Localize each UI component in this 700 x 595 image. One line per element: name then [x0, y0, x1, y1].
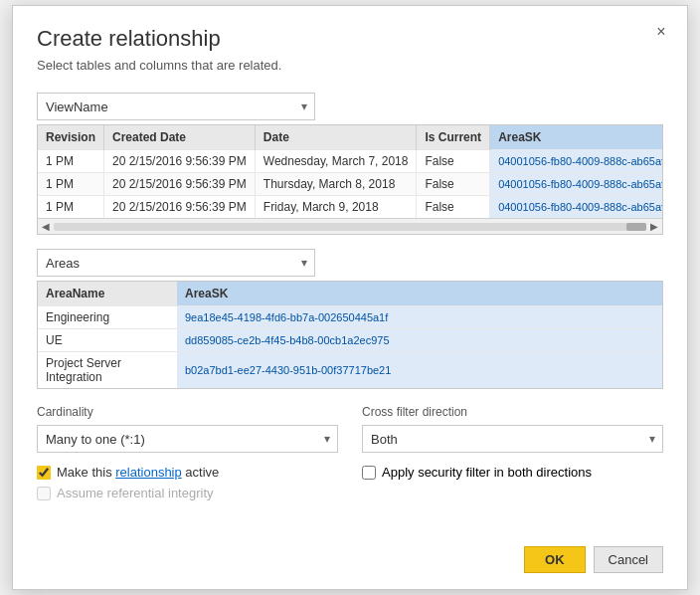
security-checkbox-row: Apply security filter in both directions [362, 465, 663, 480]
cross-filter-label: Cross filter direction [362, 405, 663, 419]
cell-areaname: Project Server Integration [38, 352, 177, 389]
scroll-left-icon[interactable]: ◀ [42, 221, 50, 232]
cell-revision: 1 PM [38, 150, 104, 173]
col-areaname-header: AreaName [38, 282, 177, 306]
integrity-checkbox-row: Assume referential integrity [37, 486, 338, 500]
cross-filter-dropdown-wrapper: Both Single [362, 425, 663, 453]
active-checkbox[interactable] [37, 466, 51, 480]
cancel-button[interactable]: Cancel [594, 546, 663, 573]
close-button[interactable]: × [649, 20, 673, 44]
active-label: Make this relationship active [57, 465, 219, 480]
dialog-subtitle: Select tables and columns that are relat… [37, 58, 663, 73]
table-row: 1 PM 20 2/15/2016 9:56:39 PM Friday, Mar… [38, 196, 663, 219]
cell-areask: 04001056-fb80-4009-888c-ab65afef1adb [490, 150, 663, 173]
cell-areaname: UE [38, 329, 177, 352]
cell-areask2: 9ea18e45-4198-4fd6-bb7a-002650445a1f [177, 306, 662, 329]
cross-filter-section: Cross filter direction Both Single [362, 405, 663, 453]
dialog-footer: OK Cancel [13, 534, 687, 589]
col-is-current: Is Current [417, 125, 490, 150]
cell-date: Wednesday, March 7, 2018 [255, 150, 417, 173]
dialog-body: ViewName Revision Created Date Date Is C… [13, 93, 687, 534]
ok-button[interactable]: OK [524, 546, 586, 573]
cell-date: Thursday, March 8, 2018 [255, 173, 417, 196]
table2-container: AreaName AreaSK Engineering 9ea18e45-419… [37, 281, 663, 389]
cell-areask: 04001056-fb80-4009-888c-ab65afef1adb [490, 196, 663, 219]
table-row: 1 PM 20 2/15/2016 9:56:39 PM Thursday, M… [38, 173, 663, 196]
cell-is-current: False [417, 173, 490, 196]
scroll-right-icon[interactable]: ▶ [650, 221, 658, 232]
cardinality-section: Cardinality Many to one (*:1) One to one… [37, 405, 338, 453]
cell-areask2: b02a7bd1-ee27-4430-951b-00f37717be21 [177, 352, 662, 389]
cardinality-dropdown-wrapper: Many to one (*:1) One to one (1:1) One t… [37, 425, 338, 453]
table-row: 1 PM 20 2/15/2016 9:56:39 PM Wednesday, … [38, 150, 663, 173]
col-date: Date [255, 125, 417, 150]
cell-is-current: False [417, 196, 490, 219]
left-checkboxes: Make this relationship active Assume ref… [37, 465, 338, 506]
table2: AreaName AreaSK Engineering 9ea18e45-419… [38, 282, 662, 388]
table-row: Project Server Integration b02a7bd1-ee27… [38, 352, 662, 389]
col-areask-header: AreaSK [490, 125, 663, 150]
dialog-title: Create relationship [37, 26, 663, 52]
dialog-header: × Create relationship Select tables and … [13, 6, 687, 93]
table1-dropdown[interactable]: ViewName [37, 93, 315, 120]
active-link: relationship [115, 465, 182, 480]
table2-dropdown-wrapper: Areas [37, 249, 315, 277]
col-created-date: Created Date [104, 125, 256, 150]
cross-filter-dropdown[interactable]: Both Single [362, 425, 663, 453]
integrity-checkbox[interactable] [37, 487, 51, 500]
cell-revision: 1 PM [38, 173, 104, 196]
table2-header-row: AreaName AreaSK [38, 282, 662, 306]
cell-areask: 04001056-fb80-4009-888c-ab65afef1adb [490, 173, 663, 196]
table-row: Engineering 9ea18e45-4198-4fd6-bb7a-0026… [38, 306, 662, 329]
cardinality-dropdown[interactable]: Many to one (*:1) One to one (1:1) One t… [37, 425, 338, 453]
col-areask2-header: AreaSK [177, 282, 662, 306]
table1: Revision Created Date Date Is Current Ar… [38, 125, 663, 218]
cell-created-date: 20 2/15/2016 9:56:39 PM [104, 150, 256, 173]
security-label: Apply security filter in both directions [382, 465, 592, 480]
security-checkbox[interactable] [362, 466, 376, 480]
cell-areaname: Engineering [38, 306, 177, 329]
integrity-label: Assume referential integrity [57, 486, 214, 500]
settings-row: Cardinality Many to one (*:1) One to one… [37, 405, 663, 453]
col-revision: Revision [38, 125, 104, 150]
table1-dropdown-wrapper: ViewName [37, 93, 315, 120]
cell-created-date: 20 2/15/2016 9:56:39 PM [104, 196, 256, 219]
cell-date: Friday, March 9, 2018 [255, 196, 417, 219]
scroll-thumb [626, 223, 646, 231]
cardinality-label: Cardinality [37, 405, 338, 419]
scroll-track[interactable] [54, 223, 646, 231]
cell-is-current: False [417, 150, 490, 173]
cell-revision: 1 PM [38, 196, 104, 219]
cell-areask2: dd859085-ce2b-4f45-b4b8-00cb1a2ec975 [177, 329, 662, 352]
table1-header-row: Revision Created Date Date Is Current Ar… [38, 125, 663, 150]
active-checkbox-row: Make this relationship active [37, 465, 338, 480]
table2-dropdown[interactable]: Areas [37, 249, 315, 277]
right-checkboxes: Apply security filter in both directions [362, 465, 663, 506]
table-row: UE dd859085-ce2b-4f45-b4b8-00cb1a2ec975 [38, 329, 662, 352]
table1-container: Revision Created Date Date Is Current Ar… [37, 124, 663, 235]
cell-created-date: 20 2/15/2016 9:56:39 PM [104, 173, 256, 196]
table1-scrollbar: ◀ ▶ [38, 218, 662, 234]
checkboxes-row: Make this relationship active Assume ref… [37, 465, 663, 506]
create-relationship-dialog: × Create relationship Select tables and … [12, 5, 688, 590]
